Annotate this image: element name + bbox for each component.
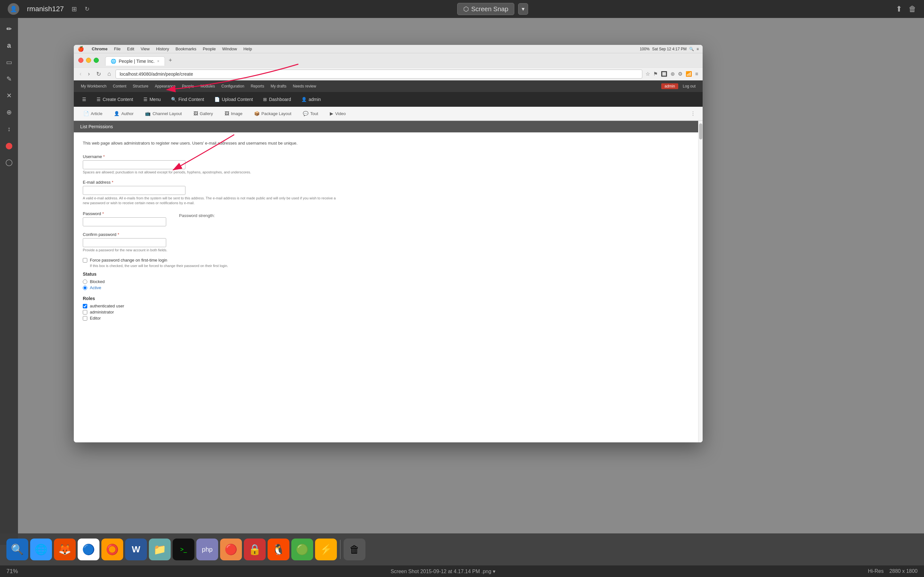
- extension3-icon[interactable]: ⚙: [677, 70, 683, 77]
- create-content-button[interactable]: ☰ Create Content: [92, 94, 137, 105]
- tabs-more-button[interactable]: ⋮: [687, 111, 699, 117]
- sidebar-arrows-icon[interactable]: ↕: [3, 123, 15, 135]
- bookmark-star-icon[interactable]: ☆: [645, 70, 651, 77]
- password-input[interactable]: [83, 218, 166, 226]
- author-icon: 👤: [114, 111, 120, 116]
- admin-people[interactable]: People: [179, 81, 197, 92]
- tab-close-button[interactable]: ×: [157, 59, 160, 63]
- admin-structure[interactable]: Structure: [129, 81, 152, 92]
- tab-channel-layout[interactable]: 📺 Channel Layout: [139, 108, 187, 120]
- admin-appearance[interactable]: Appearance: [152, 81, 179, 92]
- dock-trash[interactable]: 🗑: [344, 538, 365, 560]
- status-blocked-radio[interactable]: [83, 279, 87, 284]
- sidebar-plus-icon[interactable]: ⊕: [3, 106, 15, 118]
- admin-configuration[interactable]: Configuration: [218, 81, 247, 92]
- menu-button[interactable]: ☰ Menu: [139, 94, 165, 105]
- address-bar[interactable]: localhost:49080/admin/people/create: [115, 69, 642, 79]
- menu-people[interactable]: People: [200, 45, 219, 53]
- extension1-icon[interactable]: 🔲: [660, 70, 668, 77]
- sidebar-pencil-icon[interactable]: ✏: [3, 23, 15, 35]
- tab-video[interactable]: ▶ Video: [324, 108, 352, 120]
- back-button[interactable]: ‹: [78, 69, 83, 79]
- screen-snap-chevron[interactable]: ▾: [518, 3, 528, 15]
- role-authenticated-checkbox[interactable]: [83, 304, 87, 308]
- sidebar-text-icon[interactable]: a: [3, 40, 15, 51]
- menu-view[interactable]: View: [137, 45, 153, 53]
- dock-chrome[interactable]: 🔵: [78, 538, 99, 560]
- dock-linux[interactable]: 🐧: [268, 538, 289, 560]
- status-active-radio[interactable]: [83, 285, 87, 290]
- tab-gallery[interactable]: 🖼 Gallery: [188, 108, 219, 120]
- menu-edit[interactable]: Edit: [124, 45, 137, 53]
- filename-text: Screen Shot 2015-09-12 at 4.17.14 PM: [391, 569, 480, 574]
- new-tab-button[interactable]: +: [166, 55, 176, 66]
- admin-user-button[interactable]: 👤 admin: [297, 94, 325, 105]
- confirm-password-input[interactable]: [83, 238, 166, 247]
- screen-snap-button[interactable]: ⬡ Screen Snap: [457, 3, 515, 15]
- forward-button[interactable]: ›: [86, 69, 92, 79]
- dock-app2[interactable]: 🔴: [220, 538, 242, 560]
- grid-icon[interactable]: ⊞: [71, 5, 77, 13]
- admin-reports[interactable]: Reports: [247, 81, 267, 92]
- admin-mydrafts[interactable]: My drafts: [267, 81, 289, 92]
- dock-finder[interactable]: 🔍: [6, 538, 28, 560]
- home-button[interactable]: ⌂: [105, 69, 113, 79]
- find-content-button[interactable]: 🔍 Find Content: [166, 94, 208, 105]
- maximize-button[interactable]: [94, 58, 99, 63]
- dock-php[interactable]: php: [196, 538, 218, 560]
- sidebar-rect-icon[interactable]: ▭: [3, 56, 15, 68]
- tab-article[interactable]: 📄 Article: [78, 108, 108, 120]
- admin-modules[interactable]: Modules: [197, 81, 218, 92]
- tab-author[interactable]: 👤 Author: [108, 108, 139, 120]
- force-password-checkbox[interactable]: [83, 258, 87, 263]
- dock-security[interactable]: 🔒: [244, 538, 266, 560]
- role-editor-checkbox[interactable]: [83, 316, 87, 321]
- sidebar-record-icon[interactable]: ⬤: [3, 140, 15, 151]
- sidebar-draw-icon[interactable]: ✎: [3, 73, 15, 85]
- admin-needsreview[interactable]: Needs review: [290, 81, 320, 92]
- dock-safari[interactable]: 🌐: [30, 538, 52, 560]
- dock-terminal[interactable]: >_: [173, 538, 194, 560]
- dock-app4[interactable]: ⚡: [315, 538, 337, 560]
- upload-content-button[interactable]: 📄 Upload Content: [210, 94, 257, 105]
- role-administrator-checkbox[interactable]: [83, 310, 87, 314]
- extension2-icon[interactable]: ⊛: [670, 70, 675, 77]
- dock-app1[interactable]: ⭕: [102, 538, 123, 560]
- menu-window[interactable]: Window: [219, 45, 240, 53]
- menu-bookmarks[interactable]: Bookmarks: [172, 45, 200, 53]
- menu-help[interactable]: Help: [240, 45, 255, 53]
- menu-chrome[interactable]: Chrome: [89, 45, 111, 53]
- refresh-icon[interactable]: ↻: [85, 5, 89, 13]
- scrollbar-thumb[interactable]: [699, 123, 702, 139]
- tab-image[interactable]: 🖼 Image: [219, 108, 248, 120]
- logout-button[interactable]: Log out: [680, 84, 699, 89]
- dock-files[interactable]: 📁: [149, 538, 171, 560]
- tab-tout[interactable]: 💬 Tout: [297, 108, 324, 120]
- sidebar-cross-icon[interactable]: ✕: [3, 90, 15, 101]
- menu-file[interactable]: File: [111, 45, 124, 53]
- search-icon[interactable]: 🔍: [689, 47, 694, 51]
- bookmark-icon[interactable]: ⚑: [653, 70, 658, 77]
- reload-button[interactable]: ↻: [94, 69, 103, 79]
- dashboard-button[interactable]: ⊞ Dashboard: [258, 94, 296, 105]
- sidebar-circle-icon[interactable]: ◯: [3, 156, 15, 168]
- tab-package-layout[interactable]: 📦 Package Layout: [248, 108, 297, 120]
- scrollbar-track[interactable]: [698, 121, 703, 442]
- dock-word[interactable]: W: [125, 538, 147, 560]
- share-icon[interactable]: ⬆: [896, 5, 902, 13]
- dock-firefox[interactable]: 🦊: [54, 538, 76, 560]
- close-button[interactable]: [78, 58, 83, 63]
- menu-icon[interactable]: ≡: [696, 47, 699, 51]
- username-input[interactable]: [83, 160, 186, 169]
- trash-icon[interactable]: 🗑: [909, 5, 916, 13]
- minimize-button[interactable]: [86, 58, 91, 63]
- dock-app3[interactable]: 🟢: [291, 538, 313, 560]
- admin-content[interactable]: Content: [110, 81, 129, 92]
- email-input[interactable]: [83, 186, 186, 195]
- admin-myworkbench[interactable]: My Workbench: [78, 81, 110, 92]
- menu-history[interactable]: History: [153, 45, 172, 53]
- toolbar-hamburger-icon[interactable]: ☰: [78, 94, 91, 105]
- menu-dots-icon[interactable]: ≡: [695, 71, 699, 77]
- admin-label[interactable]: admin: [661, 83, 678, 89]
- browser-tab-active[interactable]: 🌐 People | Time Inc. ×: [105, 56, 165, 66]
